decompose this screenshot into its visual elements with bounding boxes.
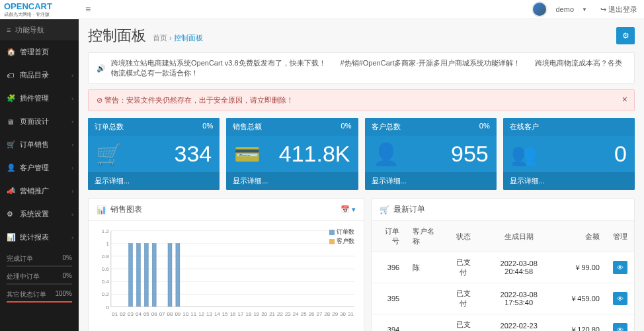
alert-text: 警告：安装文件夹仍然存在，出于安全原因，请立即删除！ [104,96,294,104]
calendar-button[interactable]: 📅 ▾ [341,205,356,214]
sidebar-item-6[interactable]: 📣营销推广› [0,179,79,203]
card-icon: 💳 [234,142,261,167]
bars-icon: ≡ [7,26,11,34]
card-pct: 0% [479,122,490,132]
card-value: 411.8K [279,141,350,167]
logout-link[interactable]: ↪ 退出登录 [600,5,637,15]
logo[interactable]: OPENCART 成都光大网络 · 专注版 [0,0,79,19]
card-detail-link[interactable]: 显示详细... [88,172,220,190]
card-title: 销售总额 [233,122,262,132]
svg-text:09: 09 [175,311,181,317]
card-title: 订单总数 [95,122,124,132]
sidebar: OPENCART 成都光大网络 · 专注版 ≡ 功能导航 🏠管理首页🏷商品目录›… [0,0,79,331]
stat-card-1: 销售总额0% 💳411.8K 显示详细... [226,118,358,190]
settings-button[interactable]: ⚙ [616,27,635,44]
card-value: 0 [614,141,627,167]
breadcrumb-home[interactable]: 首页 [153,34,167,42]
user-name[interactable]: demo [555,5,574,13]
cell-status: 已支付 [446,252,480,283]
svg-text:16: 16 [230,311,236,317]
svg-text:27: 27 [317,311,323,317]
sidebar-item-7[interactable]: ⚙系统设置› [0,203,79,226]
alert-close-icon[interactable]: × [622,94,627,105]
stat-card-3: 在线客户 👥0 显示详细... [503,118,635,190]
sidebar-item-4[interactable]: 🛒订单销售› [0,133,79,156]
card-pct: 0% [202,122,213,132]
svg-text:10: 10 [182,311,188,317]
col-name: 客户名称 [406,221,446,252]
breadcrumb: 首页 › 控制面板 [153,33,203,43]
sidebar-item-0[interactable]: 🏠管理首页 [0,40,79,64]
view-button[interactable]: 👁 [613,261,627,274]
svg-text:01: 01 [112,311,118,317]
orders-title: 最新订单 [393,204,425,215]
cell-status: 已支付 [446,283,480,314]
cell-id: 395 [372,283,406,314]
svg-text:30: 30 [340,311,346,317]
svg-text:11: 11 [190,311,196,317]
svg-text:26: 26 [309,311,315,317]
hamburger-icon[interactable]: ≡ [85,4,91,15]
view-button[interactable]: 👁 [613,323,627,331]
card-icon: 🛒 [96,142,122,167]
sidebar-item-1[interactable]: 🏷商品目录› [0,64,79,87]
svg-text:24: 24 [293,311,299,317]
page-title: 控制面板 [88,26,146,46]
view-button[interactable]: 👁 [613,292,627,305]
chart-panel: 📊 销售图表 📅 ▾ 00.20.40.60.811.2010203040506… [88,198,364,331]
svg-text:14: 14 [214,311,220,317]
svg-rect-27 [176,244,180,307]
card-detail-link[interactable]: 显示详细... [365,172,497,190]
col-date: 生成日期 [480,221,557,252]
svg-text:21: 21 [269,311,275,317]
card-pct: 0% [341,122,352,132]
svg-text:05: 05 [143,311,149,317]
chart-title: 销售图表 [110,204,142,215]
table-row: 395 已支付 2022-03-08 17:53:40 ￥459.00 👁 [372,283,634,314]
chart-icon: 📊 [97,205,106,214]
legend-customers: 客户数 [337,237,354,246]
sidebar-item-8[interactable]: 📊统计报表› [0,226,79,249]
cell-status: 已支付 [446,314,480,332]
progress-row-2: 其它状态订单100% [7,290,72,303]
nav-icon: ⚙ [7,210,16,218]
svg-text:03: 03 [128,311,134,317]
card-detail-link[interactable]: 显示详细... [226,172,358,190]
svg-text:0.6: 0.6 [102,266,110,272]
svg-text:12: 12 [198,311,204,317]
user-caret-icon[interactable]: ▼ [582,7,587,13]
chevron-right-icon: › [71,211,73,218]
nav-label: 管理首页 [20,47,49,57]
col-id: 订单号 [372,221,406,252]
sales-chart: 00.20.40.60.811.201020304050607080910111… [95,226,357,319]
alert-bar: ⊘ 警告：安装文件夹仍然存在，出于安全原因，请立即删除！ × [88,89,635,111]
chevron-right-icon: › [71,95,73,102]
nav-icon: 📊 [7,233,16,242]
sidebar-item-5[interactable]: 👤客户管理› [0,156,79,179]
card-detail-link[interactable]: 显示详细... [503,172,635,190]
svg-text:17: 17 [238,311,244,317]
cell-amount: ￥99.00 [557,252,606,283]
sidebar-item-2[interactable]: 🧩插件管理› [0,87,79,110]
svg-rect-22 [152,244,156,307]
cell-name [406,283,446,314]
col-action: 管理 [606,221,634,252]
breadcrumb-current[interactable]: 控制面板 [174,34,203,42]
speaker-icon: 🔊 [97,64,106,73]
card-title: 在线客户 [510,122,539,132]
avatar[interactable] [532,1,547,17]
main: ≡ demo ▼ ↪ 退出登录 控制面板 首页 › 控制面板 [79,0,644,331]
card-icon: 👤 [373,142,399,167]
nav-label: 插件管理 [20,93,49,103]
svg-text:0.4: 0.4 [102,279,110,285]
svg-text:0: 0 [106,305,109,310]
svg-text:22: 22 [277,311,283,317]
nav-icon: 🧩 [7,94,16,103]
orders-table: 订单号 客户名称 状态 生成日期 金额 管理 396 陈 已支付 2022-03… [372,221,634,331]
cell-date: 2022-02-23 09:48:49 [480,314,557,332]
svg-text:02: 02 [120,311,126,317]
notice-bar: 🔊 跨境独立站电商建站系统OpenCart v3.8免费版发布了，快来下载！ #… [88,52,635,84]
progress-row-0: 完成订单0% [7,254,72,267]
svg-text:28: 28 [324,311,330,317]
sidebar-item-3[interactable]: 🖥页面设计› [0,110,79,133]
